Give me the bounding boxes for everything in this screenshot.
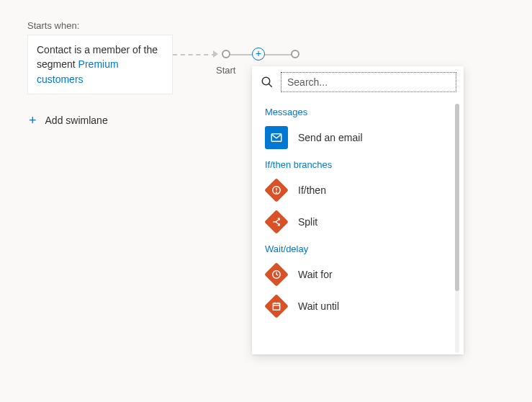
add-action-node[interactable]: + <box>252 48 265 61</box>
segment-trigger-card[interactable]: Contact is a member of the segment Premi… <box>27 35 173 94</box>
starts-when-label: Starts when: <box>27 20 79 31</box>
svg-line-1 <box>269 84 272 87</box>
clock-icon <box>264 262 289 287</box>
add-swimlane-button[interactable]: + Add swimlane <box>29 114 108 127</box>
start-node-label: Start <box>216 65 235 76</box>
svg-rect-7 <box>273 303 279 310</box>
search-row <box>252 66 464 98</box>
plus-icon: + <box>29 114 37 127</box>
action-send-email[interactable]: Send an email <box>252 122 464 153</box>
action-if-then[interactable]: If/then <box>252 174 464 206</box>
scrollbar-thumb[interactable] <box>455 104 459 291</box>
scrollbar[interactable] <box>455 104 459 353</box>
section-header-wait: Wait/delay <box>252 238 464 259</box>
search-icon <box>259 76 275 89</box>
action-wait-until[interactable]: Wait until <box>252 290 464 322</box>
action-wait-for[interactable]: Wait for <box>252 259 464 290</box>
email-icon <box>265 126 288 149</box>
svg-point-5 <box>276 192 277 193</box>
if-then-icon <box>264 178 289 202</box>
action-label: If/then <box>298 184 326 196</box>
svg-point-0 <box>262 77 270 85</box>
split-icon <box>264 210 289 234</box>
calendar-icon <box>264 294 289 318</box>
action-label: Split <box>298 216 317 228</box>
action-label: Wait for <box>298 269 333 280</box>
start-node[interactable] <box>222 50 230 58</box>
action-split[interactable]: Split <box>252 206 464 238</box>
search-input[interactable] <box>281 72 456 92</box>
section-header-messages: Messages <box>252 101 464 122</box>
arrowhead-icon <box>213 50 218 58</box>
section-header-branches: If/then branches <box>252 153 464 174</box>
action-label: Wait until <box>298 300 339 312</box>
connector-dashed <box>173 54 216 55</box>
end-node[interactable] <box>291 50 299 58</box>
action-label: Send an email <box>298 132 363 143</box>
add-swimlane-label: Add swimlane <box>45 115 108 126</box>
popup-body: Messages Send an email If/then branches … <box>252 98 464 354</box>
action-picker-popup: Messages Send an email If/then branches … <box>252 66 464 354</box>
